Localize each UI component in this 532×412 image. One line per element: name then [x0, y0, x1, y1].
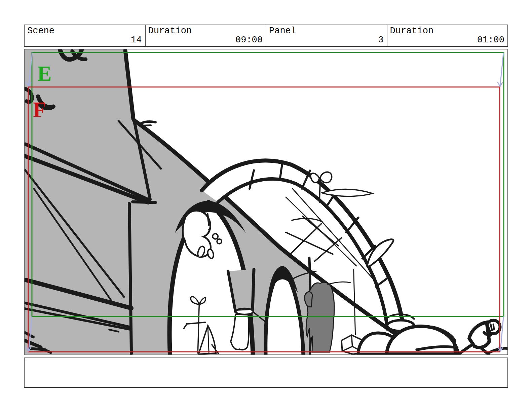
scene-duration-value: 09:00 — [235, 35, 263, 45]
scene-duration-cell: Duration 09:00 — [145, 25, 266, 46]
storyboard-page: Scene 14 Duration 09:00 Panel 3 Duration… — [0, 0, 532, 412]
camera-move-arrow-top-right — [498, 53, 503, 86]
scene-cell: Scene 14 — [25, 25, 145, 46]
storyboard-sketch: E F — [25, 49, 507, 354]
scene-label: Scene — [27, 26, 54, 36]
panel-number-value: 3 — [378, 35, 383, 45]
scene-value: 14 — [131, 35, 142, 45]
panel-header-table: Scene 14 Duration 09:00 Panel 3 Duration… — [24, 25, 508, 47]
panel-duration-label: Duration — [390, 26, 434, 36]
storyboard-image-panel: E F — [24, 49, 508, 355]
panel-duration-value: 01:00 — [477, 35, 504, 45]
panel-notes-box — [24, 358, 508, 388]
sketch-sprout — [311, 172, 373, 202]
scene-duration-label: Duration — [148, 26, 192, 36]
panel-duration-cell: Duration 01:00 — [387, 25, 508, 46]
panel-number-cell: Panel 3 — [266, 25, 387, 46]
panel-number-label: Panel — [269, 26, 296, 36]
frame-f-label: F — [33, 98, 46, 121]
frame-e-label: E — [37, 62, 52, 85]
